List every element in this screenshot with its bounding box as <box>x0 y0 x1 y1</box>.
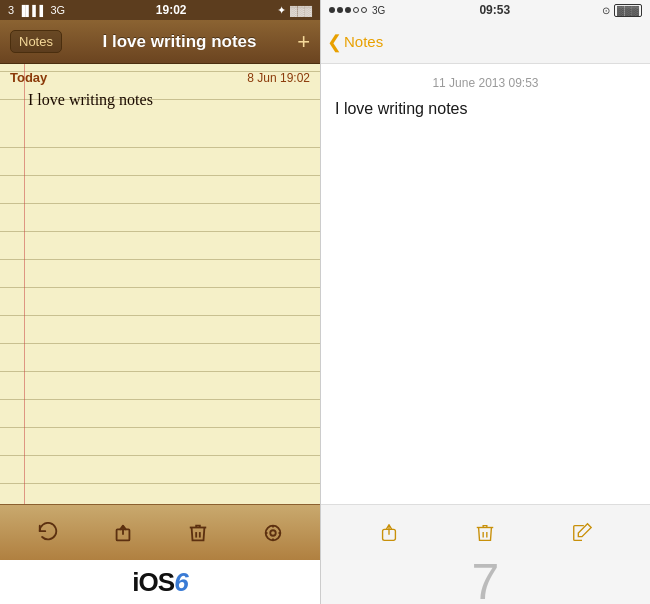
ios7-panel: 3G 09:53 ⊙ ▓▓▓ ❮ Notes 11 June 2013 09:5… <box>321 0 650 604</box>
ios6-paper-lines <box>0 64 320 504</box>
ios7-time: 09:53 <box>479 3 510 17</box>
ios7-bottom-label-area: 7 <box>321 560 650 604</box>
ios7-note-content[interactable]: 11 June 2013 09:53 I love writing notes <box>321 64 650 504</box>
ios6-trash-button[interactable] <box>178 513 218 553</box>
ios6-date-info: 8 Jun 19:02 <box>247 71 310 85</box>
svg-point-5 <box>270 530 276 536</box>
ios6-bluetooth-icon: ✦ <box>277 4 286 17</box>
ios6-note-content: Today 8 Jun 19:02 I love writing notes <box>0 64 320 504</box>
ios6-red-line <box>24 64 25 504</box>
svg-point-4 <box>265 525 280 540</box>
ios7-trash-button[interactable] <box>465 513 505 553</box>
ios7-nav-bar: ❮ Notes <box>321 20 650 64</box>
ios7-alarm-icon: ⊙ <box>602 5 610 16</box>
ios6-back-button[interactable]: Notes <box>10 30 62 53</box>
signal-dot-3 <box>345 7 351 13</box>
ios6-nav-title: I love writing notes <box>62 32 297 52</box>
ios6-version-label: iOS6 <box>132 567 187 598</box>
ios6-carrier: 3 <box>8 4 14 16</box>
signal-dot-1 <box>329 7 335 13</box>
ios7-status-left: 3G <box>329 5 387 16</box>
ios7-back-button[interactable]: ❮ Notes <box>327 33 383 51</box>
ios6-network: 3G <box>50 4 65 16</box>
ios7-note-text[interactable]: I love writing notes <box>321 96 650 122</box>
ios6-browse-button[interactable] <box>253 513 293 553</box>
ios7-carrier: 3G <box>372 5 385 16</box>
ios6-note-text[interactable]: I love writing notes <box>0 87 320 113</box>
ios6-status-left: 3 ▐▌▌▌ 3G <box>8 4 65 16</box>
ios7-status-bar: 3G 09:53 ⊙ ▓▓▓ <box>321 0 650 20</box>
signal-dot-2 <box>337 7 343 13</box>
ios6-nav-bar: Notes I love writing notes + <box>0 20 320 64</box>
ios6-signal-bars: ▐▌▌▌ <box>18 5 46 16</box>
ios6-undo-button[interactable] <box>28 513 68 553</box>
ios7-date-center: 11 June 2013 09:53 <box>321 64 650 96</box>
ios6-add-button[interactable]: + <box>297 31 310 53</box>
ios7-toolbar <box>321 504 650 560</box>
ios6-date-row: Today 8 Jun 19:02 <box>0 64 320 87</box>
ios7-share-button[interactable] <box>369 513 409 553</box>
ios6-status-right: ✦ ▓▓▓ <box>277 4 312 17</box>
ios6-bottom-label-area: iOS6 <box>0 560 320 604</box>
ios6-panel: 3 ▐▌▌▌ 3G 19:02 ✦ ▓▓▓ Notes I love writi… <box>0 0 320 604</box>
ios7-compose-button[interactable] <box>562 513 602 553</box>
ios7-version-label: 7 <box>472 557 500 604</box>
ios6-share-button[interactable] <box>103 513 143 553</box>
signal-dot-4 <box>353 7 359 13</box>
ios6-time: 19:02 <box>156 3 187 17</box>
ios7-back-chevron-icon: ❮ <box>327 33 342 51</box>
ios6-battery-icon: ▓▓▓ <box>290 5 312 16</box>
ios7-back-label: Notes <box>344 33 383 50</box>
ios6-date-today: Today <box>10 70 47 85</box>
signal-dot-5 <box>361 7 367 13</box>
ios6-toolbar <box>0 504 320 560</box>
ios7-battery-icon: ▓▓▓ <box>614 4 642 17</box>
ios6-status-bar: 3 ▐▌▌▌ 3G 19:02 ✦ ▓▓▓ <box>0 0 320 20</box>
ios7-status-right: ⊙ ▓▓▓ <box>602 4 642 17</box>
